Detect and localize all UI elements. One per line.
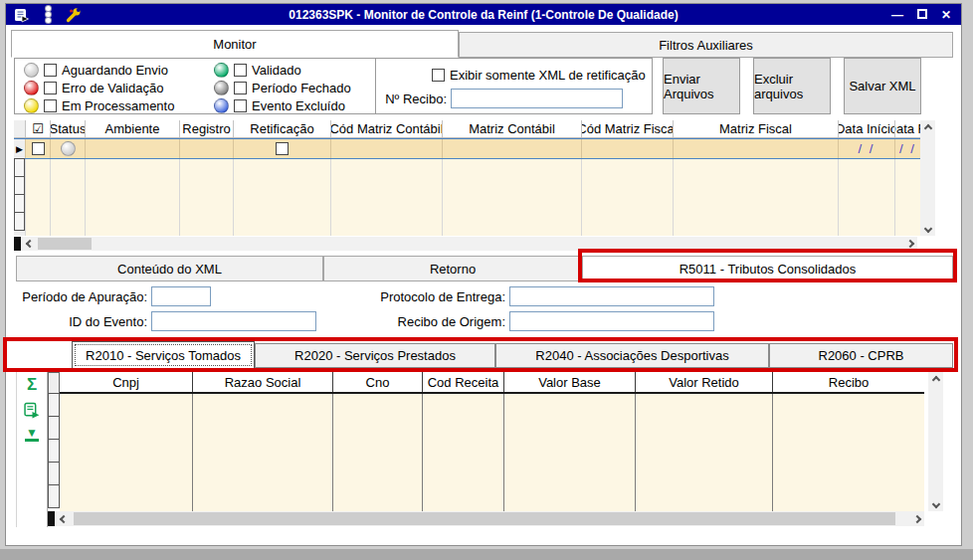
monitor-grid-hscrollbar[interactable]	[14, 237, 917, 251]
tab-filtros-auxiliares[interactable]: Filtros Auxiliares	[459, 32, 953, 58]
cell-matriz-fiscal[interactable]	[674, 139, 839, 158]
wrench-icon[interactable]	[65, 6, 83, 24]
legend-checkbox-fechado[interactable]	[234, 82, 247, 94]
export-record-button[interactable]	[23, 401, 41, 419]
scroll-right-button[interactable]	[909, 511, 924, 526]
row-indicator-column	[14, 159, 26, 236]
chevron-left-icon	[59, 514, 67, 522]
tab-r5011-tributos[interactable]: R5011 - Tributos Consolidados	[582, 256, 953, 281]
cell-retificacao-checkbox[interactable]	[276, 142, 289, 155]
tab-r2020-servicos-prestados[interactable]: R2020 - Serviços Prestados	[255, 343, 495, 368]
goto-bottom-icon: ▼	[25, 428, 39, 442]
scrollbar-corner	[48, 511, 55, 526]
periodo-apuracao-input[interactable]	[151, 286, 211, 306]
status-ball-yellow-icon	[24, 98, 39, 113]
row-indicator-cell	[14, 212, 25, 231]
legend-checkbox-aguardando[interactable]	[44, 64, 57, 77]
column-header-registro: Registro	[180, 120, 234, 137]
cell-ambiente[interactable]	[86, 139, 180, 158]
hscroll-thumb[interactable]	[74, 512, 895, 525]
scroll-left-button[interactable]	[56, 511, 71, 526]
detail-grid-toolbar: Σ ▼	[16, 372, 48, 527]
goto-bottom-button[interactable]: ▼	[23, 426, 41, 444]
legend-checkbox-erro[interactable]	[44, 82, 57, 94]
row-indicator-cell	[48, 416, 60, 440]
monitor-grid-header: ☑ Status Ambiente Registro Retificação C…	[14, 120, 920, 138]
tab-monitor-label: Monitor	[213, 37, 256, 52]
monitor-grid-selected-row[interactable]: ▶ / / / /	[14, 138, 920, 159]
column-header-cno: Cno	[333, 372, 423, 392]
tab-r2010-servicos-tomados[interactable]: R2010 - Serviços Tomados	[72, 341, 255, 369]
hscroll-thumb[interactable]	[38, 238, 92, 250]
legend-checkbox-validado[interactable]	[234, 64, 247, 77]
scroll-up-button[interactable]	[928, 372, 943, 387]
cell-matriz-contabil[interactable]	[443, 139, 582, 158]
excluir-label: Excluir arquivos	[754, 72, 830, 101]
excluir-arquivos-button[interactable]: Excluir arquivos	[753, 58, 831, 114]
panel-divider	[375, 59, 376, 113]
row-indicator-cell	[48, 484, 60, 508]
legend-label: Validado	[252, 63, 301, 78]
close-button[interactable]: ✕	[941, 8, 951, 22]
chevron-down-icon	[923, 224, 931, 232]
monitor-grid-vscrollbar[interactable]	[920, 120, 935, 236]
recibo-origem-label: Recibo de Origem:	[368, 314, 505, 329]
cell-cod-matriz-fiscal[interactable]	[582, 139, 674, 158]
row-indicator-cell	[48, 372, 60, 394]
legend-label: Período Fechado	[252, 81, 351, 95]
scroll-left-button[interactable]	[22, 237, 37, 251]
column-header-cod-matriz-fiscal: Cód Matriz Fiscal	[582, 120, 674, 137]
detail-grid-header: Cnpj Razao Social Cno Cod Receita Valor …	[60, 372, 924, 394]
enviar-arquivos-button[interactable]: Enviar Arquivos	[663, 58, 740, 114]
status-ball-blue-icon	[214, 98, 229, 113]
scrollbar-corner	[14, 237, 21, 251]
column-header-recibo: Recibo	[773, 372, 924, 392]
cell-registro[interactable]	[180, 139, 234, 158]
detail-grid-vscrollbar[interactable]	[928, 372, 943, 511]
tab-r2060-cprb[interactable]: R2060 - CPRB	[769, 343, 953, 368]
scroll-down-button[interactable]	[928, 496, 943, 511]
legend-checkbox-excluido[interactable]	[234, 99, 247, 112]
exibir-retificacao-label: Exibir somente XML de retificação	[450, 68, 646, 83]
row-indicator-cell	[14, 158, 25, 177]
protocolo-entrega-label: Protocolo de Entrega:	[368, 289, 505, 304]
report-icon[interactable]	[13, 6, 31, 24]
sum-button[interactable]: Σ	[23, 376, 41, 394]
legend-checkbox-processamento[interactable]	[44, 99, 57, 112]
legend-label: Evento Excluído	[252, 98, 345, 113]
exibir-retificacao-checkbox[interactable]	[432, 69, 445, 82]
select-all-checkbox-icon[interactable]: ☑	[26, 120, 51, 137]
chevron-right-icon	[912, 514, 920, 522]
salvar-xml-button[interactable]: Salvar XML	[844, 58, 921, 114]
maximize-button[interactable]	[917, 8, 927, 22]
cell-cod-matriz-contabil[interactable]	[331, 139, 443, 158]
column-header-status: Status	[51, 120, 86, 137]
row-indicator-cell	[48, 439, 60, 463]
column-header-matriz-contabil: Matriz Contábil	[443, 120, 582, 137]
num-recibo-input[interactable]	[451, 89, 623, 108]
tab-r2060-label: R2060 - CPRB	[819, 348, 904, 363]
protocolo-entrega-input[interactable]	[509, 286, 714, 306]
legend-item-processamento: Em Processamento	[24, 97, 174, 113]
scroll-up-button[interactable]	[920, 120, 935, 135]
tab-r2040-associacoes[interactable]: R2040 - Associações Desportivas	[495, 343, 769, 368]
id-evento-input[interactable]	[151, 311, 316, 331]
detail-grid-hscrollbar[interactable]	[48, 511, 924, 526]
cell-data-inicio[interactable]: / /	[839, 139, 895, 158]
chevron-up-icon	[923, 123, 931, 131]
header-indicator-cell	[14, 120, 26, 137]
window-bottom-shadow	[0, 549, 973, 560]
row-select-checkbox[interactable]	[32, 142, 45, 155]
traffic-light-icon[interactable]	[42, 6, 54, 23]
tab-retorno[interactable]: Retorno	[323, 256, 582, 281]
scroll-down-button[interactable]	[920, 221, 935, 236]
scroll-right-button[interactable]	[902, 237, 917, 251]
minimize-button[interactable]: —	[891, 8, 903, 22]
cell-data-fim[interactable]: / /	[895, 139, 920, 158]
periodo-apuracao-label: Período de Apuração:	[20, 289, 147, 304]
title-bar: 012363SPK - Monitor de Controle da Reinf…	[6, 4, 961, 25]
recibo-origem-input[interactable]	[509, 311, 714, 331]
tab-monitor[interactable]: Monitor	[11, 30, 459, 58]
tab-conteudo-xml[interactable]: Conteúdo do XML	[16, 256, 323, 281]
tab-r5011-label: R5011 - Tributos Consolidados	[680, 262, 857, 277]
